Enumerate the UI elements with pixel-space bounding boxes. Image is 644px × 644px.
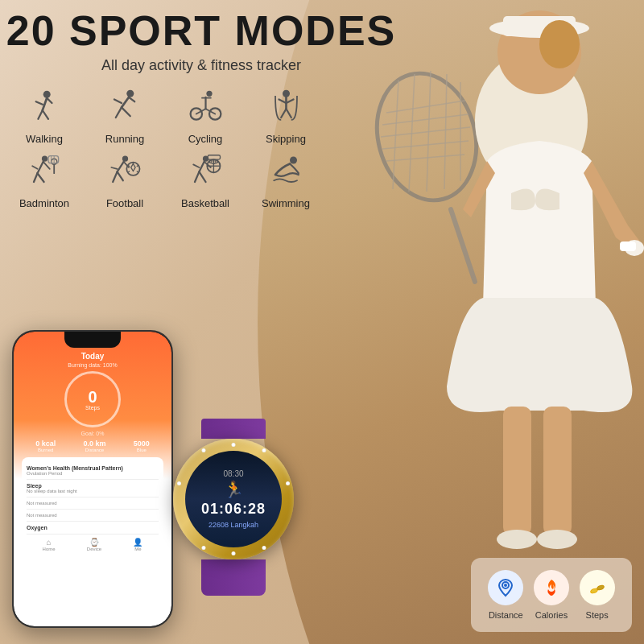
svg-point-21 [537, 530, 577, 549]
running-icon [107, 89, 143, 130]
feature-distance: Distance [488, 570, 523, 620]
sport-basketball: Basketball [169, 153, 242, 209]
phone-mockup: Today Burning data: 100% 0 Steps Goal: 0… [12, 330, 173, 628]
svg-line-25 [35, 101, 42, 105]
phone-oxygen-row: Oxygen [27, 522, 159, 535]
svg-line-33 [122, 107, 130, 116]
svg-line-74 [193, 164, 199, 167]
main-subtitle: All day activity & fitness tracker [0, 57, 402, 74]
phone-nav-device-label: Device [87, 547, 101, 551]
svg-point-88 [290, 157, 297, 164]
skipping-icon [268, 89, 304, 130]
svg-line-70 [128, 171, 130, 173]
phone-burning-label: Burning data: 100% [22, 362, 163, 368]
phone-not-measured-2: Not measured [27, 513, 159, 518]
gem-top [232, 443, 236, 447]
svg-line-31 [114, 100, 122, 104]
svg-line-62 [113, 171, 117, 182]
phone-distance-value: 0.0 km [83, 440, 105, 448]
svg-line-45 [286, 100, 293, 104]
svg-line-32 [115, 107, 121, 118]
svg-point-16 [539, 20, 580, 68]
svg-rect-19 [543, 407, 572, 535]
phone-womens-health-row: Women's Health (Menstrual Pattern) Ovula… [27, 462, 159, 480]
svg-point-20 [497, 530, 537, 549]
watch-time-main: 01:06:28 [201, 501, 266, 518]
gem-bottom-left [201, 546, 205, 550]
steps-label: Steps [586, 610, 609, 620]
sport-running: Running [89, 89, 161, 145]
svg-line-76 [195, 171, 199, 182]
svg-line-46 [281, 109, 286, 118]
svg-point-35 [206, 91, 212, 97]
svg-point-59 [122, 156, 127, 162]
watch-steps-unit: Langkah [231, 521, 259, 529]
svg-line-60 [117, 162, 123, 172]
phone-nav-home-label: Home [43, 547, 56, 551]
phone-screen: Today Burning data: 100% 0 Steps Goal: 0… [14, 332, 171, 626]
phone-no-sleep-label: No sleep data last night [27, 489, 159, 493]
feature-calories: Calories [534, 570, 569, 620]
feature-steps: Steps [580, 570, 615, 620]
calories-icon [542, 578, 561, 597]
gem-bottom-right [262, 546, 266, 550]
svg-line-30 [122, 97, 129, 108]
phone-goal: Goal: 0% [22, 431, 163, 436]
svg-line-47 [286, 109, 291, 118]
watch-case: 08:30 🏃 01:06:28 22608 Langkah [173, 439, 294, 559]
badminton-icon [27, 153, 63, 194]
header-section: 20 SPORT MODES All day activity & fitnes… [0, 8, 402, 74]
phone-distance-label: Distance [83, 448, 105, 452]
phone-stat-blue: 5000 Blue [134, 440, 150, 452]
svg-line-53 [37, 173, 43, 182]
sport-skipping: Skipping [250, 89, 322, 145]
sport-football: Football [89, 153, 161, 209]
phone-steps-value: 0 [88, 389, 97, 405]
sports-row-1: Walking Running [8, 89, 346, 145]
phone-bottom-nav: ⌂ Home ⌚ Device 👤 Me [27, 538, 159, 551]
phone-sleep-row: Sleep No sleep data last night [27, 480, 159, 497]
distance-label: Distance [489, 610, 523, 620]
phone-sleep-title: Sleep [27, 483, 159, 489]
svg-line-73 [199, 162, 204, 172]
svg-line-77 [199, 171, 205, 182]
gem-left [177, 481, 181, 485]
main-container: 20 SPORT MODES All day activity & fitnes… [0, 0, 644, 644]
football-label: Football [106, 197, 143, 209]
phone-blue-label: Blue [134, 448, 150, 452]
svg-line-44 [279, 100, 286, 104]
phone-stat-burned: 0 kcal Burned [35, 440, 56, 452]
home-icon: ⌂ [43, 538, 56, 547]
skipping-label: Skipping [266, 133, 306, 145]
watch-band-top [201, 419, 266, 439]
watch-steps-value: 22608 [208, 521, 229, 529]
phone-stats-row: 0 kcal Burned 0.0 km Distance 5000 Blue [22, 440, 163, 452]
swimming-icon [268, 153, 304, 194]
phone-nav-device[interactable]: ⌚ Device [87, 538, 101, 551]
phone-nav-me[interactable]: 👤 Me [133, 538, 142, 551]
distance-icon [496, 578, 515, 597]
features-box: Distance Calories Steps [471, 558, 632, 632]
device-icon: ⌚ [87, 538, 101, 547]
steps-icon-circle [580, 570, 615, 605]
sport-badminton: Badminton [8, 153, 80, 209]
svg-point-48 [41, 156, 47, 162]
gem-top-left [201, 448, 205, 452]
gem-right [286, 481, 290, 485]
phone-womens-health-title: Women's Health (Menstrual Pattern) [27, 465, 159, 471]
watch-steps: 22608 Langkah [208, 521, 258, 529]
phone-blue-value: 5000 [134, 440, 150, 448]
svg-line-26 [38, 110, 42, 119]
watch-activity-icon: 🏃 [224, 480, 244, 499]
sport-swimming: Swimming [250, 153, 322, 209]
svg-line-61 [111, 167, 117, 169]
phone-nav-me-label: Me [134, 547, 141, 551]
phone-oxygen-title: Oxygen [27, 525, 159, 530]
smartwatch: 08:30 🏃 01:06:28 22608 Langkah [157, 419, 310, 596]
walking-label: Walking [26, 133, 63, 145]
svg-line-52 [34, 173, 38, 182]
phone-nav-home[interactable]: ⌂ Home [43, 538, 56, 551]
phone-burned-value: 0 kcal [35, 440, 56, 448]
svg-point-23 [43, 91, 50, 98]
svg-line-49 [37, 162, 43, 173]
